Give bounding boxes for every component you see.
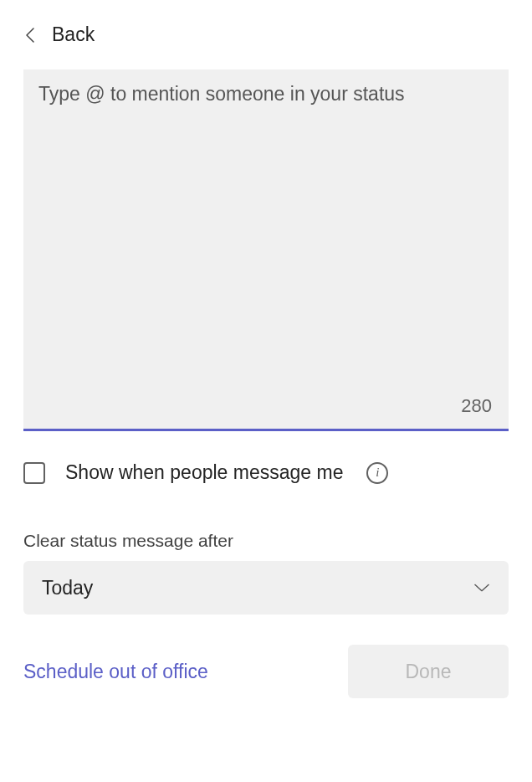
show-when-message-label: Show when people message me xyxy=(65,461,343,484)
show-when-message-row: Show when people message me i xyxy=(23,461,509,484)
clear-after-value: Today xyxy=(42,577,93,599)
info-icon[interactable]: i xyxy=(366,462,388,484)
chevron-down-icon xyxy=(473,583,490,593)
chevron-left-icon xyxy=(23,26,37,44)
clear-after-label: Clear status message after xyxy=(23,531,509,551)
back-label: Back xyxy=(52,23,95,46)
bottom-actions: Schedule out of office Done xyxy=(23,645,509,698)
done-button[interactable]: Done xyxy=(348,645,509,698)
show-when-message-checkbox[interactable] xyxy=(23,462,45,484)
clear-after-dropdown[interactable]: Today xyxy=(23,561,509,615)
status-textarea-wrapper: 280 xyxy=(23,69,509,431)
back-button[interactable]: Back xyxy=(23,17,509,46)
char-count: 280 xyxy=(461,395,492,417)
status-input[interactable] xyxy=(23,69,509,429)
schedule-out-of-office-link[interactable]: Schedule out of office xyxy=(23,661,208,683)
